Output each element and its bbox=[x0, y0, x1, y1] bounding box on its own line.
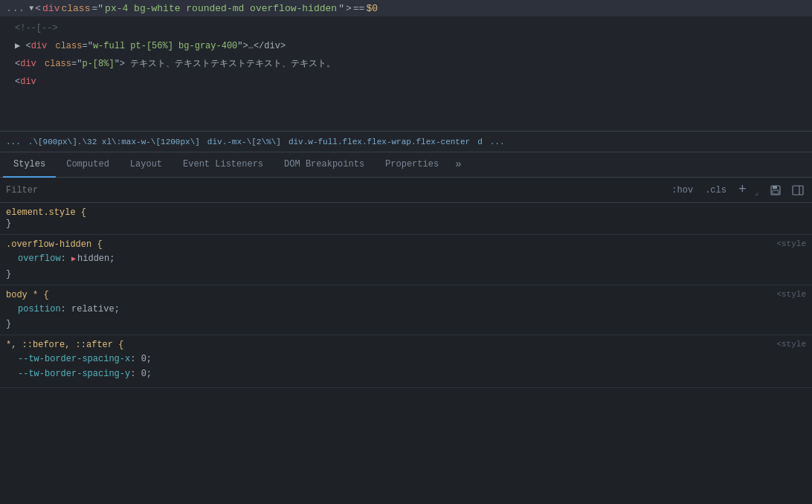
html-inspector: <!--[--> ▶ <div class="w-full pt-[56%] b… bbox=[0, 16, 812, 132]
tab-overflow[interactable]: » bbox=[449, 152, 467, 178]
save-button[interactable] bbox=[767, 182, 784, 198]
tab-layout[interactable]: Layout bbox=[120, 152, 173, 178]
filter-actions: :hov .cls + ⌟ bbox=[668, 181, 806, 199]
breadcrumb-dots[interactable]: ... bbox=[6, 138, 21, 146]
html-tag-line-1: ▶ <div class="w-full pt-[56%] bg-gray-40… bbox=[0, 37, 812, 55]
tab-properties[interactable]: Properties bbox=[375, 152, 449, 178]
filter-bar: :hov .cls + ⌟ bbox=[0, 178, 812, 203]
css-close-brace-2: } bbox=[0, 268, 812, 280]
css-rule-body-star: body * { <style position: relative; } bbox=[0, 285, 812, 335]
add-rule-button[interactable]: + ⌟ bbox=[735, 181, 761, 198]
css-close-brace-1: } bbox=[0, 218, 812, 230]
tabs-bar: Styles Computed Layout Event Listeners D… bbox=[0, 152, 812, 178]
breadcrumb-item-2[interactable]: div.w-full.flex.flex-wrap.flex-center bbox=[289, 138, 470, 146]
css-body-4: --tw-border-spacing-x: 0; --tw-border-sp… bbox=[0, 350, 812, 383]
css-rule-element-style: element.style { } bbox=[0, 203, 812, 235]
css-rule-header-2: .overflow-hidden { <style bbox=[0, 239, 812, 250]
tab-event-listeners[interactable]: Event Listeners bbox=[173, 152, 274, 178]
css-source-4: <style bbox=[776, 340, 806, 349]
tag-name-div: div bbox=[42, 3, 59, 14]
css-selector-4: *, ::before, ::after { bbox=[6, 340, 123, 350]
css-prop-position: position: relative; bbox=[12, 302, 812, 317]
svg-rect-2 bbox=[773, 190, 779, 194]
css-selector-3: body * { bbox=[6, 290, 49, 300]
html-tag-line-2: <div class="p-[8%]"> テキスト、テキストテキストテキスト、テ… bbox=[0, 55, 812, 73]
css-prop-tw-border-spacing-y: --tw-border-spacing-y: 0; bbox=[12, 366, 812, 381]
tab-dom-breakpoints[interactable]: DOM Breakpoints bbox=[274, 152, 375, 178]
toggle-sidebar-button[interactable] bbox=[790, 182, 806, 198]
css-rule-header-4: *, ::before, ::after { <style bbox=[0, 340, 812, 350]
css-close-brace-3: } bbox=[0, 318, 812, 330]
css-rule-universal: *, ::before, ::after { <style --tw-borde… bbox=[0, 335, 812, 388]
attr-value: px-4 bg-white rounded-md overflow-hidden bbox=[105, 3, 337, 14]
tab-styles[interactable]: Styles bbox=[3, 152, 56, 178]
css-selector-1: element.style { bbox=[6, 207, 86, 218]
tab-computed[interactable]: Computed bbox=[56, 152, 120, 178]
cls-button[interactable]: .cls bbox=[702, 184, 729, 197]
equals-sign: == bbox=[353, 3, 365, 14]
breadcrumb-item-1[interactable]: div.-mx-\[2\%\] bbox=[207, 138, 281, 146]
tag-bracket-open: < bbox=[35, 3, 41, 14]
css-prop-overflow: overflow: hidden; bbox=[12, 251, 812, 267]
breadcrumb-bar: ... .\[900px\].\32 xl\:max-w-\[1200px\] … bbox=[0, 132, 812, 152]
dots-icon: ... bbox=[6, 2, 25, 14]
css-source-2: <style bbox=[776, 239, 806, 248]
breadcrumb-item-0[interactable]: .\[900px\].\32 xl\:max-w-\[1200px\] bbox=[28, 138, 200, 146]
styles-panel: element.style { } .overflow-hidden { <st… bbox=[0, 203, 812, 504]
svg-rect-3 bbox=[793, 186, 803, 195]
html-inspector-top: ... ▼ <div class="px-4 bg-white rounded-… bbox=[0, 0, 812, 16]
html-comment-line: <!--[--> bbox=[0, 19, 812, 37]
css-rule-overflow-hidden: .overflow-hidden { <style overflow: hidd… bbox=[0, 235, 812, 285]
svg-rect-1 bbox=[773, 186, 777, 189]
breadcrumb-item-3[interactable]: d bbox=[477, 138, 483, 146]
css-source-3: <style bbox=[776, 290, 806, 299]
breadcrumb-item-4[interactable]: ... bbox=[490, 138, 505, 146]
html-partial-line: <div bbox=[0, 73, 812, 91]
css-prop-tw-border-spacing-x: --tw-border-spacing-x: 0; bbox=[12, 352, 812, 366]
css-selector-2: .overflow-hidden { bbox=[6, 239, 103, 250]
dollar-zero: $0 bbox=[366, 3, 378, 14]
css-body-2: overflow: hidden; bbox=[0, 250, 812, 268]
css-rule-header-3: body * { <style bbox=[0, 290, 812, 300]
css-rule-header-1: element.style { bbox=[0, 207, 812, 218]
expand-triangle[interactable]: ▶ bbox=[15, 41, 20, 51]
comment-text: <!--[--> bbox=[15, 23, 58, 33]
attr-class: class bbox=[61, 3, 90, 14]
filter-input[interactable] bbox=[6, 185, 663, 196]
css-body-3: position: relative; bbox=[0, 300, 812, 318]
expand-arrow[interactable]: ▼ bbox=[29, 4, 33, 13]
hov-button[interactable]: :hov bbox=[668, 184, 696, 197]
